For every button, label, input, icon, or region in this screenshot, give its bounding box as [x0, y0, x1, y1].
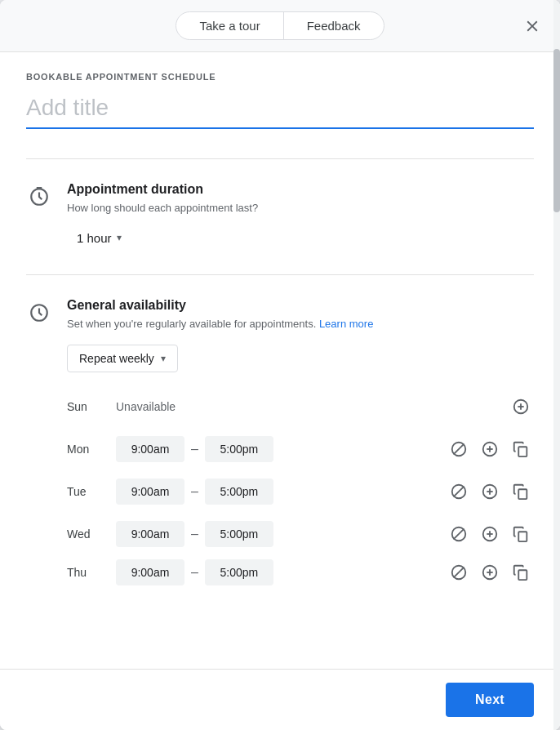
wed-time-range: 9:00am – 5:00pm — [116, 521, 436, 547]
appointment-duration-desc: How long should each appointment last? — [67, 200, 534, 216]
svg-line-18 — [454, 529, 464, 540]
timer-icon — [26, 184, 52, 210]
tue-dash: – — [191, 484, 198, 499]
repeat-select[interactable]: Repeat weekly ▾ — [67, 345, 178, 372]
mon-start-time[interactable]: 9:00am — [116, 436, 184, 462]
wed-end-time[interactable]: 5:00pm — [205, 521, 273, 547]
tue-add-button[interactable] — [477, 479, 503, 505]
availability-grid: Sun Unavailable — [67, 385, 534, 590]
feedback-button[interactable]: Feedback — [284, 12, 384, 39]
duration-select[interactable]: 1 hour ▾ — [67, 225, 131, 251]
mon-dash: – — [191, 442, 198, 456]
general-availability-section: General availability Set when you're reg… — [26, 282, 534, 607]
scrollbar-track — [553, 0, 560, 730]
tue-ban-button[interactable] — [446, 479, 472, 505]
title-input[interactable] — [26, 91, 534, 129]
wed-actions — [446, 521, 534, 547]
content: BOOKABLE APPOINTMENT SCHEDULE Appointmen… — [0, 52, 560, 625]
mon-end-time[interactable]: 5:00pm — [205, 436, 273, 462]
thu-actions — [446, 559, 534, 585]
top-bar: Take a tour Feedback — [0, 0, 560, 52]
table-row: Mon 9:00am – 5:00pm — [67, 428, 534, 470]
day-label-thu: Thu — [67, 566, 106, 579]
general-availability-title: General availability — [67, 298, 534, 313]
table-row: Tue 9:00am – 5:00pm — [67, 470, 534, 513]
next-button[interactable]: Next — [446, 683, 534, 717]
day-label-sun: Sun — [67, 400, 106, 413]
thu-time-range: 9:00am – 5:00pm — [116, 559, 436, 585]
tue-end-time[interactable]: 5:00pm — [205, 479, 273, 505]
sun-actions — [508, 394, 534, 420]
mon-copy-button[interactable] — [508, 436, 534, 462]
tue-time-range: 9:00am – 5:00pm — [116, 479, 436, 505]
thu-add-button[interactable] — [477, 559, 503, 585]
svg-rect-22 — [518, 532, 527, 541]
day-label-mon: Mon — [67, 443, 106, 456]
mon-add-button[interactable] — [477, 436, 503, 462]
thu-ban-button[interactable] — [446, 559, 472, 585]
sun-unavailable: Unavailable — [116, 400, 498, 413]
duration-value: 1 hour — [77, 231, 112, 245]
general-availability-desc: Set when you're regularly available for … — [67, 316, 534, 332]
wed-start-time[interactable]: 9:00am — [116, 521, 184, 547]
close-button[interactable] — [518, 11, 547, 41]
svg-rect-28 — [518, 570, 527, 580]
footer: Next — [0, 669, 560, 730]
top-bar-buttons: Take a tour Feedback — [176, 11, 384, 40]
svg-rect-10 — [518, 447, 527, 456]
sun-add-button[interactable] — [508, 394, 534, 420]
thu-start-time[interactable]: 9:00am — [116, 559, 184, 585]
tue-copy-button[interactable] — [508, 479, 534, 505]
wed-copy-button[interactable] — [508, 521, 534, 547]
thu-end-time[interactable]: 5:00pm — [205, 559, 273, 585]
svg-line-12 — [454, 487, 464, 497]
table-row: Wed 9:00am – 5:00pm — [67, 513, 534, 555]
svg-line-24 — [454, 568, 464, 578]
mon-actions — [446, 436, 534, 462]
scrollbar-thumb[interactable] — [553, 49, 560, 212]
repeat-label: Repeat weekly — [79, 352, 154, 365]
day-label-tue: Tue — [67, 485, 106, 498]
thu-dash: – — [191, 565, 198, 580]
svg-line-6 — [454, 444, 464, 455]
table-row: Sun Unavailable — [67, 385, 534, 428]
appointment-duration-title: Appointment duration — [67, 182, 534, 197]
wed-add-button[interactable] — [477, 521, 503, 547]
svg-rect-16 — [518, 489, 527, 499]
clock-icon — [26, 300, 52, 326]
table-row: Thu 9:00am – 5:00pm — [67, 555, 534, 590]
learn-more-link[interactable]: Learn more — [319, 318, 373, 330]
mon-time-range: 9:00am – 5:00pm — [116, 436, 436, 462]
wed-dash: – — [191, 527, 198, 541]
repeat-dropdown-arrow: ▾ — [161, 353, 166, 364]
dialog: Take a tour Feedback BOOKABLE APPOINTMEN… — [0, 0, 560, 730]
duration-dropdown-arrow: ▾ — [117, 232, 122, 243]
day-label-wed: Wed — [67, 527, 106, 541]
wed-ban-button[interactable] — [446, 521, 472, 547]
appointment-duration-section: Appointment duration How long should eac… — [26, 166, 534, 268]
take-tour-button[interactable]: Take a tour — [176, 12, 283, 39]
appointment-duration-body: Appointment duration How long should eac… — [67, 182, 534, 251]
tue-start-time[interactable]: 9:00am — [116, 479, 184, 505]
thu-copy-button[interactable] — [508, 559, 534, 585]
general-availability-body: General availability Set when you're reg… — [67, 298, 534, 590]
form-label: BOOKABLE APPOINTMENT SCHEDULE — [26, 72, 534, 82]
mon-ban-button[interactable] — [446, 436, 472, 462]
tue-actions — [446, 479, 534, 505]
